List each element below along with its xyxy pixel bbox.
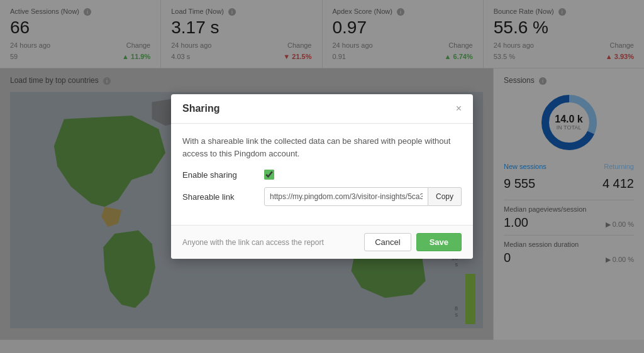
- save-button[interactable]: Save: [416, 233, 462, 251]
- copy-button[interactable]: Copy: [428, 187, 462, 206]
- modal-title: Sharing: [182, 103, 220, 114]
- enable-sharing-label: Enable sharing: [182, 170, 264, 180]
- sharing-modal: Sharing × With a shareable link the coll…: [171, 94, 473, 259]
- shareable-link-label: Shareable link: [182, 192, 264, 202]
- modal-footer-text: Anyone with the link can access the repo…: [182, 238, 324, 247]
- enable-sharing-row: Enable sharing: [182, 170, 462, 180]
- enable-sharing-checkbox[interactable]: [264, 170, 274, 180]
- modal-actions: Cancel Save: [364, 233, 462, 251]
- modal-close-button[interactable]: ×: [456, 104, 462, 114]
- modal-description: With a shareable link the collected data…: [182, 135, 462, 160]
- modal-header: Sharing ×: [171, 94, 473, 124]
- cancel-button[interactable]: Cancel: [364, 233, 411, 251]
- modal-body: With a shareable link the collected data…: [171, 124, 473, 225]
- modal-overlay[interactable]: Sharing × With a shareable link the coll…: [0, 0, 644, 353]
- shareable-link-row: Shareable link Copy: [182, 187, 462, 206]
- modal-footer: Anyone with the link can access the repo…: [171, 225, 473, 259]
- shareable-link-input[interactable]: [264, 187, 428, 206]
